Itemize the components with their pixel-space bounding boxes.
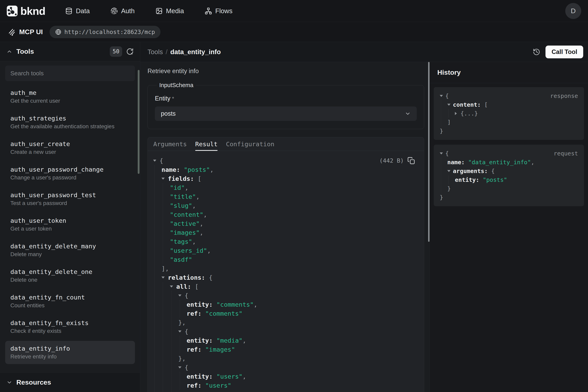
nav-item-flows[interactable]: Flows	[205, 7, 232, 15]
json-line: }	[447, 184, 578, 193]
sidebar-tool-item-auth_user_password_test[interactable]: auth_user_password_testTest a user's pas…	[5, 188, 135, 210]
result-card: ArgumentsResultConfiguration {(442 B)nam…	[148, 137, 424, 392]
sidebar-tool-item-data_entity_info[interactable]: data_entity_infoRetrieve entity info	[5, 341, 135, 364]
tool-name: data_entity_info	[10, 344, 130, 352]
tool-description: Delete one	[10, 276, 130, 283]
sidebar-tool-item-data_entity_fn_exists[interactable]: data_entity_fn_existsCheck if entity exi…	[5, 315, 135, 338]
breadcrumb-section[interactable]: Tools	[148, 48, 163, 56]
history-card-response[interactable]: {responsecontent: [{...}]}	[434, 87, 584, 140]
json-line: "title",	[170, 192, 415, 201]
result-size-label: (442 B)	[380, 157, 404, 164]
breadcrumb-tool-name: data_entity_info	[170, 48, 221, 56]
caret-right-icon[interactable]	[455, 112, 460, 115]
json-line: }	[178, 390, 415, 392]
json-line: {	[178, 363, 415, 372]
nav-item-auth[interactable]: Auth	[111, 7, 135, 15]
sidebar-tool-item-data_entity_delete_one[interactable]: data_entity_delete_oneDelete one	[5, 264, 135, 287]
sidebar-tool-item-auth_user_create[interactable]: auth_user_createCreate a new user	[5, 136, 135, 160]
indent-guide	[448, 109, 449, 118]
tool-detail-panel: Retrieve entity info InputSchema Entity*…	[140, 62, 429, 392]
json-line: relations: {	[162, 273, 415, 282]
history-title: History	[437, 68, 461, 76]
tool-name: auth_user_password_change	[10, 166, 130, 174]
resources-section-title: Resources	[16, 378, 51, 386]
sidebar-tool-item-auth_user_token[interactable]: auth_user_tokenGet a user token	[5, 213, 135, 236]
sidebar-tool-item-data_entity_fn_count[interactable]: data_entity_fn_countCount entities	[5, 290, 135, 313]
resources-section-header[interactable]: Resources	[0, 372, 140, 392]
tool-description: Test a user's password	[10, 200, 130, 206]
json-line: {request	[440, 149, 578, 158]
sidebar-tool-item-auth_user_password_change[interactable]: auth_user_password_changeChange a user's…	[5, 162, 135, 185]
tools-count-badge: 50	[110, 46, 122, 57]
tab-result[interactable]: Result	[195, 137, 217, 151]
main-nav: DataAuthMediaFlows	[65, 7, 232, 15]
json-line: name: "posts",	[162, 165, 415, 174]
avatar-initial: D	[571, 7, 576, 15]
copy-icon[interactable]	[407, 157, 415, 164]
workflow-icon	[205, 8, 212, 14]
json-line: },	[178, 354, 415, 363]
nav-item-media[interactable]: Media	[156, 7, 184, 15]
json-line: arguments: {	[447, 167, 578, 176]
sidebar-tool-item-auth_me[interactable]: auth_meGet the current user	[5, 85, 135, 108]
caret-down-icon[interactable]	[178, 294, 185, 296]
caret-down-icon[interactable]	[447, 104, 453, 106]
sidebar-scrollbar-thumb[interactable]	[138, 70, 140, 174]
nav-item-label: Data	[76, 7, 90, 15]
main-scrollbar-thumb[interactable]	[428, 62, 429, 242]
tool-name: auth_user_token	[10, 216, 130, 224]
sidebar-tool-item-data_entity_delete_many[interactable]: data_entity_delete_manyDelete many	[5, 238, 135, 262]
tool-description: Get the available authentication strateg…	[10, 123, 130, 130]
bknd-logo[interactable]: bknd	[7, 5, 45, 17]
mcp-icon	[7, 28, 16, 36]
json-line: "users_id",	[170, 246, 415, 255]
caret-down-icon[interactable]	[440, 152, 445, 154]
tool-name: data_entity_delete_one	[10, 268, 130, 276]
tab-arguments[interactable]: Arguments	[153, 137, 187, 151]
caret-down-icon[interactable]	[170, 286, 176, 288]
indent-guide	[441, 100, 441, 127]
tool-name: auth_user_password_test	[10, 191, 130, 199]
caret-down-icon[interactable]	[447, 170, 453, 172]
json-line: "asdf"	[170, 255, 415, 264]
tool-name: auth_strategies	[10, 114, 130, 122]
tool-name: auth_me	[10, 89, 130, 97]
refresh-tools-icon[interactable]	[126, 48, 134, 55]
tool-description: Retrieve entity info	[148, 68, 424, 75]
tab-bar: ArgumentsResultConfiguration	[148, 137, 424, 151]
json-line: }	[440, 127, 578, 136]
tab-configuration[interactable]: Configuration	[226, 137, 274, 151]
caret-down-icon[interactable]	[162, 178, 168, 180]
history-list: {responsecontent: [{...}]}{requestname: …	[430, 83, 588, 211]
caret-down-icon[interactable]	[153, 160, 160, 162]
database-icon	[65, 8, 72, 14]
sidebar-tool-item-auth_strategies[interactable]: auth_strategiesGet the available authent…	[5, 111, 135, 134]
user-avatar[interactable]: D	[565, 3, 581, 19]
collapse-tools-icon[interactable]	[6, 48, 12, 54]
history-card-request[interactable]: {requestname: "data_entity_info",argumen…	[434, 145, 584, 206]
json-line: {...}	[455, 109, 578, 118]
mcp-url-pill[interactable]: http://localhost:28623/mcp	[49, 26, 161, 38]
json-line: "active",	[170, 219, 415, 228]
entity-select[interactable]: posts	[155, 106, 417, 121]
tool-name: data_entity_fn_count	[10, 293, 130, 301]
tool-description: Delete many	[10, 251, 130, 258]
tool-name: data_entity_delete_many	[10, 242, 130, 250]
tools-section-header[interactable]: Tools 50	[0, 42, 140, 61]
caret-down-icon[interactable]	[162, 276, 168, 278]
caret-down-icon[interactable]	[440, 95, 445, 97]
json-line: ref: "comments"	[187, 309, 415, 318]
caret-down-icon[interactable]	[178, 330, 185, 332]
tools-list: auth_meGet the current userauth_strategi…	[0, 61, 140, 372]
call-tool-button[interactable]: Call Tool	[546, 46, 583, 58]
caret-down-icon[interactable]	[178, 366, 185, 368]
json-line: },	[178, 318, 415, 327]
history-icon[interactable]	[533, 48, 540, 56]
indent-guide	[171, 291, 172, 392]
nav-item-data[interactable]: Data	[65, 7, 90, 15]
mcp-bar: MCP UI http://localhost:28623/mcp	[0, 22, 588, 42]
indent-guide	[441, 158, 441, 193]
expand-resources-icon[interactable]	[6, 380, 12, 386]
indent-guide	[163, 282, 163, 392]
search-input[interactable]	[5, 66, 135, 81]
